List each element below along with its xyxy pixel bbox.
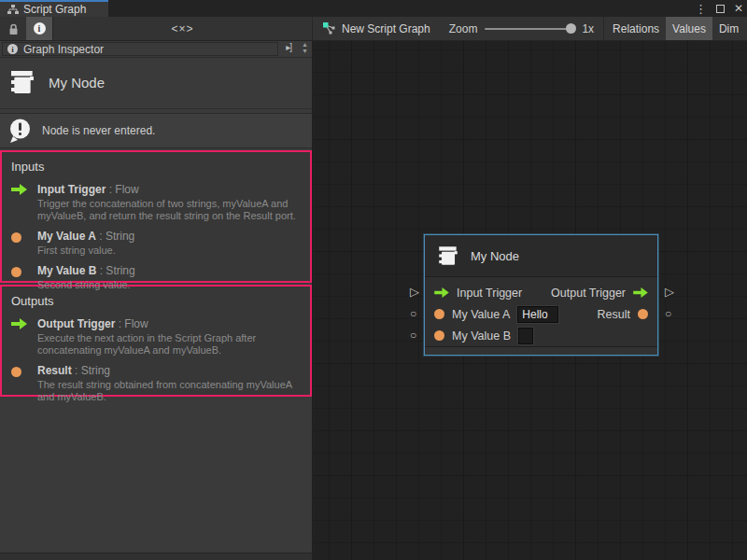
lock-button[interactable]: [0, 17, 26, 40]
inspector-title-box[interactable]: i Graph Inspector: [2, 42, 278, 56]
graph-tab-icon: [7, 5, 19, 15]
inspected-node-header: My Node: [0, 58, 312, 109]
inspector-title: Graph Inspector: [23, 43, 104, 56]
zoom-label: Zoom: [449, 22, 478, 35]
info-icon: i: [7, 44, 18, 54]
menu-kebab-icon[interactable]: ⋮: [695, 2, 707, 16]
value-in-port-icon[interactable]: [434, 309, 444, 319]
port-label: My Value A: [452, 308, 510, 321]
tab-strip: Script Graph ⋮ ✕: [0, 0, 747, 17]
lock-icon: [7, 22, 20, 35]
inputs-section: Inputs Input Trigger : Flow Trigger the …: [0, 150, 312, 283]
node-header[interactable]: My Node: [425, 235, 657, 277]
flow-arrow-icon: [11, 184, 27, 195]
port-label: Input Trigger: [457, 287, 522, 300]
external-value-input-port[interactable]: ○: [410, 329, 416, 342]
tab-script-graph[interactable]: Script Graph: [0, 0, 108, 17]
my-node-unit[interactable]: My Node Input Trigger Output Trigger: [424, 234, 658, 356]
external-flow-output-port[interactable]: ▷: [665, 286, 674, 298]
dim-button[interactable]: Dim: [712, 17, 745, 40]
graph-inspector-panel: i Graph Inspector ▸] ▲ ▼ My Node Node is…: [0, 41, 313, 553]
scroll-up-icon[interactable]: ▲: [302, 41, 308, 48]
value-port-icon: [11, 267, 21, 277]
flow-arrow-icon: [11, 318, 27, 329]
graph-canvas[interactable]: ▷ ○ ○ ▷ ○ My Node Input Trigger: [314, 41, 747, 560]
port-label: My Value B: [452, 329, 511, 343]
unit-node-icon: [436, 244, 460, 268]
inspected-node-title: My Node: [49, 75, 105, 91]
warning-text: Node is never entered.: [42, 124, 155, 137]
external-flow-input-port[interactable]: ▷: [410, 286, 419, 298]
inspector-header: i Graph Inspector ▸] ▲ ▼: [0, 41, 312, 58]
my-value-a-field[interactable]: [517, 306, 558, 323]
code-icon: <×>: [171, 22, 193, 35]
script-graph-icon: [322, 21, 336, 35]
port-doc-result: Result : String The result string obtain…: [11, 364, 301, 403]
port-doc-my-value-a: My Value A : String First string value.: [11, 230, 301, 257]
code-view-button[interactable]: <×>: [53, 17, 312, 40]
node-title: My Node: [471, 249, 519, 263]
flow-in-port-icon[interactable]: [434, 287, 449, 298]
external-value-input-port[interactable]: ○: [410, 308, 416, 320]
zoom-value: 1x: [582, 22, 594, 35]
port-doc-output-trigger: Output Trigger : Flow Execute the next a…: [11, 317, 301, 357]
dock-panel-icon[interactable]: ▸]: [286, 42, 291, 52]
value-out-port-icon[interactable]: [638, 309, 648, 319]
new-script-graph-button[interactable]: New Script Graph: [313, 17, 440, 40]
warning-bubble-icon: [7, 118, 33, 144]
port-doc-input-trigger: Input Trigger : Flow Trigger the concate…: [11, 183, 301, 222]
port-label: Result: [598, 308, 630, 321]
toolbar: i <×> New Script Graph Zoom 1x Relations…: [0, 17, 747, 41]
inspector-toggle-button[interactable]: i: [26, 17, 52, 40]
value-in-port-icon[interactable]: [434, 330, 444, 341]
tab-label: Script Graph: [23, 3, 86, 16]
port-label: Output Trigger: [551, 287, 626, 300]
warning-box: Node is never entered.: [0, 113, 312, 148]
panel-footer: [0, 553, 313, 560]
unit-node-icon: [7, 67, 37, 97]
section-heading: Outputs: [11, 294, 301, 308]
values-button[interactable]: Values: [666, 17, 712, 40]
my-value-b-field[interactable]: [518, 328, 533, 344]
zoom-slider[interactable]: [485, 28, 574, 30]
value-port-icon: [11, 232, 21, 243]
scroll-down-icon[interactable]: ▼: [302, 48, 308, 54]
node-footer: [425, 346, 657, 355]
section-heading: Inputs: [11, 160, 301, 174]
maximize-icon[interactable]: [716, 5, 725, 13]
outputs-section: Outputs Output Trigger : Flow Execute th…: [0, 285, 312, 397]
value-port-icon: [11, 367, 21, 377]
close-icon[interactable]: ✕: [734, 2, 743, 15]
external-value-output-port[interactable]: ○: [665, 308, 671, 320]
zoom-slider-handle[interactable]: [566, 23, 576, 34]
new-script-graph-label: New Script Graph: [342, 22, 430, 35]
relations-button[interactable]: Relations: [606, 17, 666, 40]
info-icon: i: [34, 22, 46, 35]
flow-out-port-icon[interactable]: [633, 287, 648, 298]
